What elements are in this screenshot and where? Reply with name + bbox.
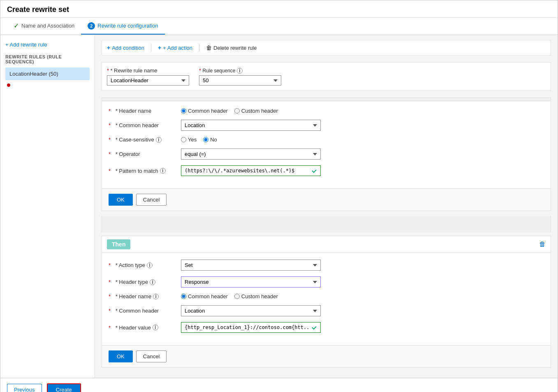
then-custom-header-radio-label[interactable]: Custom header: [234, 293, 278, 299]
tab-rewrite-rule-config[interactable]: 2 Rewrite rule configuration: [81, 18, 164, 35]
condition-card-top-partial: [102, 97, 551, 101]
error-dot: [7, 84, 10, 87]
action-type-row: * * Action type i Set: [109, 260, 544, 271]
header-name-row: * * Header name Common header Custom hea…: [109, 108, 544, 114]
delete-rewrite-rule-button[interactable]: 🗑 Delete rewrite rule: [206, 44, 257, 52]
no-radio[interactable]: [203, 137, 208, 142]
create-button[interactable]: Create: [47, 383, 81, 392]
tab-name-association-label: Name and Association: [21, 23, 74, 29]
yes-radio[interactable]: [181, 137, 186, 142]
action-type-control: Set: [181, 260, 544, 271]
previous-button[interactable]: Previous: [7, 384, 42, 392]
then-card: Then 🗑 * * Action type i Set: [102, 236, 551, 368]
pattern-row: * * Pattern to match i: [109, 165, 544, 176]
rule-name-field: * * Rewrite rule name LocationHeader: [107, 67, 189, 86]
case-sensitive-radio-group: Yes No: [181, 137, 544, 143]
tab-rewrite-rule-config-label: Rewrite rule configuration: [97, 23, 158, 29]
condition-card-body: * * Header name Common header Custom hea…: [102, 101, 551, 188]
action-type-label: * * Action type i: [109, 262, 174, 268]
toolbar-separator: [151, 44, 151, 52]
then-custom-header-radio[interactable]: [234, 294, 240, 299]
condition-cancel-button[interactable]: Cancel: [136, 194, 167, 206]
pattern-control: [181, 165, 544, 176]
trash-icon: 🗑: [206, 44, 212, 51]
rule-item[interactable]: LocationHeader (50): [5, 67, 90, 80]
operator-row: * * Operator equal (=): [109, 148, 544, 160]
case-sensitive-info-icon: i: [156, 137, 162, 143]
plus-icon-2: +: [158, 44, 161, 51]
then-delete-icon[interactable]: 🗑: [539, 241, 546, 248]
header-value-row: * * Header value i: [109, 322, 544, 333]
then-card-footer: OK Cancel: [102, 345, 551, 367]
header-type-select[interactable]: Response: [181, 276, 321, 288]
rule-header: * * Rewrite rule name LocationHeader * R…: [102, 62, 551, 91]
then-common-header-label: * * Common header: [109, 308, 174, 314]
condition-ok-button[interactable]: OK: [109, 194, 133, 206]
rule-name-select[interactable]: LocationHeader: [107, 75, 189, 86]
header-value-label: * * Header value i: [109, 325, 174, 331]
then-common-header-control: Location: [181, 305, 544, 316]
pattern-info-icon: i: [160, 168, 166, 174]
then-header-name-info-icon: i: [153, 294, 159, 299]
add-action-label: + Add action: [163, 45, 192, 51]
toolbar-separator-2: [199, 44, 199, 52]
header-value-control: [181, 322, 544, 333]
common-header-label: * * Common header: [109, 122, 174, 128]
custom-header-radio-label[interactable]: Custom header: [234, 108, 278, 114]
header-type-info-icon: i: [150, 279, 155, 285]
right-panel: + Add condition + + Add action 🗑 Delete …: [95, 35, 558, 378]
then-tag: Then: [107, 239, 130, 249]
common-header-control: Location: [181, 120, 544, 131]
toolbar: + Add condition + + Add action 🗑 Delete …: [102, 40, 551, 56]
case-sensitive-row: * * Case-sensitive i Yes No: [109, 137, 544, 143]
then-header-name-radio-group: Common header Custom header: [181, 293, 544, 299]
then-common-header-radio[interactable]: [181, 294, 186, 299]
add-action-button[interactable]: + + Add action: [158, 44, 192, 52]
add-condition-label: Add condition: [112, 45, 144, 51]
delete-rule-label: Delete rewrite rule: [213, 45, 257, 51]
common-header-radio[interactable]: [181, 108, 186, 114]
header-type-label: * * Header type i: [109, 279, 174, 285]
page-title: Create rewrite set: [0, 0, 558, 18]
sidebar: + Add rewrite rule REWRITE RULES (RULE S…: [0, 35, 95, 378]
header-value-input[interactable]: [181, 322, 321, 333]
action-type-select[interactable]: Set: [181, 260, 321, 271]
header-name-label: * * Header name: [109, 108, 174, 114]
operator-select[interactable]: equal (=): [181, 148, 321, 160]
tab-name-association[interactable]: ✓ Name and Association: [7, 18, 81, 35]
condition-card-footer: OK Cancel: [102, 188, 551, 211]
then-separator: [102, 216, 551, 232]
then-common-header-radio-label[interactable]: Common header: [181, 293, 228, 299]
then-cancel-button[interactable]: Cancel: [136, 350, 167, 362]
then-common-header-row: * * Common header Location: [109, 305, 544, 316]
rule-sequence-field: * Rule sequence i 50: [199, 67, 281, 86]
then-card-body: * * Action type i Set *: [102, 253, 551, 345]
no-radio-label[interactable]: No: [203, 137, 217, 143]
then-header-name-row: * * Header name i Common header Cu: [109, 293, 544, 299]
custom-header-radio[interactable]: [234, 108, 240, 114]
header-type-row: * * Header type i Response: [109, 276, 544, 288]
main-content: + Add rewrite rule REWRITE RULES (RULE S…: [0, 35, 558, 378]
rule-sequence-select[interactable]: 50: [199, 75, 281, 86]
rule-name-label: * * Rewrite rule name: [107, 67, 189, 74]
then-ok-button[interactable]: OK: [109, 350, 133, 362]
tab-check-icon: ✓: [14, 22, 19, 30]
case-sensitive-label: * * Case-sensitive i: [109, 137, 174, 143]
yes-radio-label[interactable]: Yes: [181, 137, 197, 143]
rules-section-label: REWRITE RULES (RULE SEQUENCE): [5, 54, 90, 64]
pattern-input[interactable]: [181, 165, 321, 176]
add-rewrite-rule-button[interactable]: + Add rewrite rule: [5, 40, 90, 49]
action-type-info-icon: i: [147, 262, 153, 268]
header-name-radio-group: Common header Custom header: [181, 108, 544, 114]
common-header-radio-label[interactable]: Common header: [181, 108, 228, 114]
tabs-bar: ✓ Name and Association 2 Rewrite rule co…: [0, 18, 558, 35]
operator-control: equal (=): [181, 148, 544, 160]
pattern-label: * * Pattern to match i: [109, 168, 174, 174]
plus-icon: +: [107, 44, 110, 51]
page-footer: Previous Create: [0, 378, 558, 392]
then-common-header-select[interactable]: Location: [181, 305, 321, 316]
common-header-select[interactable]: Location: [181, 120, 321, 131]
header-type-control: Response: [181, 276, 544, 288]
then-card-header: Then 🗑: [102, 236, 551, 253]
add-condition-button[interactable]: + Add condition: [107, 44, 144, 52]
